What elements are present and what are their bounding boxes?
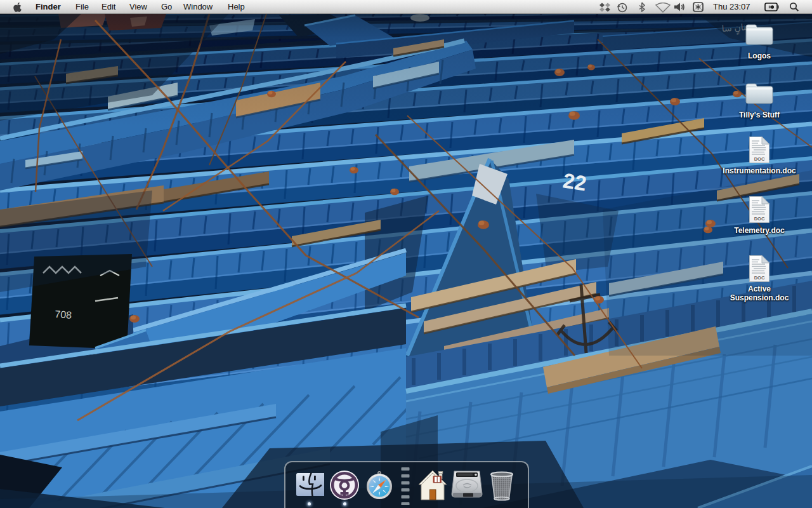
svg-text:DOC: DOC [754,275,765,281]
svg-text:DOC: DOC [754,216,765,222]
svg-text:708: 708 [55,309,72,321]
svg-text:22: 22 [561,168,588,195]
svg-text:DOC: DOC [754,156,765,162]
